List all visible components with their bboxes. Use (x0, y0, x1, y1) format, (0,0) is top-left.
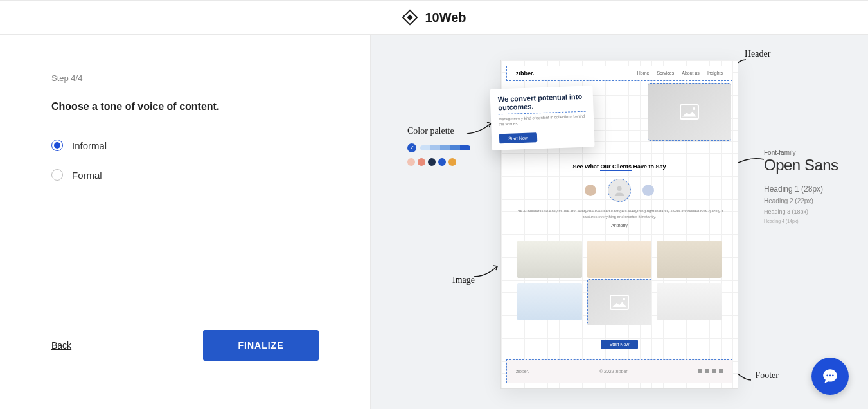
hero-image-placeholder (648, 83, 731, 141)
font-family-label: Font-family (764, 149, 847, 156)
options-group: Informal Formal (51, 140, 319, 181)
preview-brand: zibber. (516, 70, 535, 77)
right-panel: Header Color palette ✓ Image Footer (370, 35, 868, 409)
nav-item: About us (682, 71, 700, 75)
logo-icon (402, 9, 418, 26)
testimonial-text: The AI builder is so easy to use and eve… (514, 208, 725, 220)
nav-item: Services (657, 71, 674, 75)
brand-logo[interactable]: 10Web (402, 9, 466, 26)
testimonial-name: Anthony (514, 223, 725, 228)
preview-nav: Home Services About us Insights (637, 71, 723, 75)
top-bar: 10Web (0, 0, 868, 35)
svg-point-2 (617, 186, 621, 190)
preview-container: Header Color palette ✓ Image Footer (371, 35, 868, 409)
palette-bar (420, 145, 470, 150)
image-icon (610, 295, 629, 310)
image-icon (680, 104, 699, 120)
hero-cta: Start Now (499, 132, 537, 143)
svg-rect-1 (407, 14, 413, 20)
footer-social (698, 369, 723, 373)
avatar-small (642, 185, 654, 196)
heading-1-spec: Heading 1 (28px) (764, 185, 847, 194)
testimonial-avatars (514, 179, 725, 202)
option-label-informal: Informal (72, 140, 107, 151)
heading-2-spec: Heading 2 (22px) (764, 197, 847, 204)
finalize-button[interactable]: FINALIZE (203, 330, 319, 361)
step-label: Step 4/4 (51, 73, 319, 83)
nav-item: Insights (707, 71, 723, 75)
hero-title: We convert potential into outcomes. (498, 92, 586, 114)
cta-button: Start Now (601, 340, 639, 349)
gallery-item (517, 241, 582, 278)
radio-formal[interactable] (51, 169, 63, 181)
avatar-large-placeholder (608, 179, 631, 202)
palette-check-icon: ✓ (407, 143, 416, 152)
svg-point-3 (826, 375, 828, 377)
left-panel: Step 4/4 Choose a tone of voice of conte… (0, 35, 370, 409)
preview-footer: zibber. © 2022 zibber (506, 359, 732, 383)
heading-4-spec: Heading 4 (14px) (764, 219, 847, 223)
preview-gallery (501, 234, 738, 332)
gallery-item (657, 241, 722, 278)
footer-copyright: © 2022 zibber (599, 369, 628, 374)
floating-hero-card: We convert potential into outcomes. Mana… (490, 86, 594, 150)
annotation-font: Font-family Open Sans Heading 1 (28px) H… (764, 149, 847, 223)
arrow-icon (470, 262, 502, 282)
brand-name: 10Web (425, 10, 466, 25)
gallery-item (657, 283, 722, 320)
avatar-small (585, 185, 596, 196)
testimonials-heading: See What Our Clients Have to Say (514, 163, 725, 170)
preview-cta: Start Now (501, 332, 738, 354)
option-label-formal: Formal (72, 170, 102, 181)
color-palette-row1: ✓ (407, 143, 470, 152)
svg-point-5 (832, 375, 834, 377)
gallery-item (517, 283, 582, 320)
preview-stage: Header Color palette ✓ Image Footer (388, 44, 851, 404)
nav-item: Home (637, 71, 650, 75)
chat-button[interactable] (811, 358, 849, 395)
font-family-name: Open Sans (764, 156, 847, 174)
footer-brand: zibber. (516, 369, 529, 374)
footer-actions: Back FINALIZE (51, 330, 319, 383)
annotation-footer: Footer (755, 370, 779, 381)
heading-3-spec: Heading 3 (18px) (764, 208, 847, 215)
gallery-item (587, 241, 652, 278)
radio-informal[interactable] (51, 140, 63, 151)
option-formal[interactable]: Formal (51, 169, 319, 181)
annotation-color-palette: Color palette (407, 126, 454, 136)
gallery-image-placeholder (587, 279, 652, 325)
option-informal[interactable]: Informal (51, 140, 319, 151)
person-icon (614, 185, 625, 196)
hero-desc: Manage every kind of content in collecti… (499, 114, 586, 127)
preview-testimonials: See What Our Clients Have to Say The AI … (501, 150, 738, 234)
step-question: Choose a tone of voice of content. (51, 101, 319, 113)
chat-icon (822, 368, 838, 385)
back-button[interactable]: Back (51, 340, 71, 350)
svg-point-4 (829, 375, 831, 377)
main-content: Step 4/4 Choose a tone of voice of conte… (0, 35, 868, 409)
color-palette-row2 (407, 158, 456, 166)
preview-header: zibber. Home Services About us Insights (506, 66, 732, 81)
